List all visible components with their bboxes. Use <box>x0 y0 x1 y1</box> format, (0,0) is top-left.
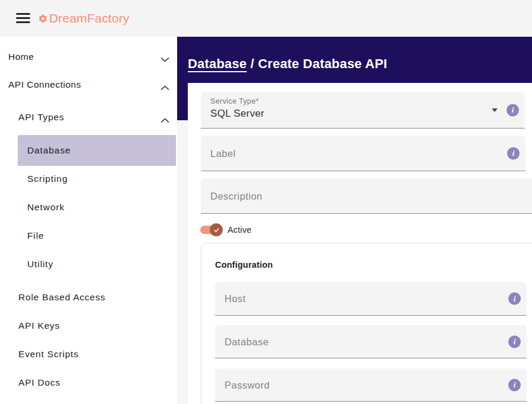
sidebar-item-utility[interactable]: Utility <box>0 250 177 278</box>
label-info-icon[interactable]: i <box>507 147 520 159</box>
label-placeholder: Label <box>210 148 236 159</box>
hamburger-icon <box>16 13 30 15</box>
menu-button[interactable] <box>16 12 30 24</box>
sidebar-item-api-docs[interactable]: API Docs <box>0 368 177 397</box>
sidebar-item-home[interactable]: Home <box>0 43 177 71</box>
sidebar-item-label: API Docs <box>18 377 60 388</box>
sidebar-item-network[interactable]: Network <box>0 193 177 222</box>
host-info-icon[interactable]: i <box>508 293 521 305</box>
check-icon <box>213 226 220 234</box>
chevron-up-icon <box>161 82 169 88</box>
sidebar-item-label: File <box>27 230 44 241</box>
service-type-value: SQL Server <box>210 108 264 120</box>
service-type-info-icon[interactable]: i <box>507 104 519 116</box>
sidebar-item-file[interactable]: File <box>0 222 177 250</box>
sidebar-item-role-based-access[interactable]: Role Based Access <box>0 283 177 312</box>
password-input[interactable]: Password i <box>215 368 527 402</box>
active-toggle[interactable]: Active <box>200 223 252 236</box>
description-input[interactable]: Description <box>201 178 532 214</box>
sidebar-item-label: Home <box>8 52 34 62</box>
sidebar-item-api-types[interactable]: API Types <box>0 103 177 132</box>
topbar: DreamFactory <box>0 0 532 37</box>
configuration-title: Configuration <box>215 260 273 270</box>
configuration-card: Configuration Host i Database i Password… <box>201 243 532 404</box>
sidebar-item-label: Role Based Access <box>18 292 105 303</box>
sidebar-item-api-keys[interactable]: API Keys <box>0 312 177 340</box>
chevron-down-icon <box>161 54 169 60</box>
dreamfactory-logo[interactable]: DreamFactory <box>38 0 129 37</box>
content-gutter <box>177 120 188 404</box>
chevron-up-icon <box>161 115 169 120</box>
database-placeholder: Database <box>225 336 269 347</box>
hamburger-icon <box>16 21 30 23</box>
create-api-form: Service Type* SQL Server i Label i Descr… <box>188 83 532 404</box>
service-type-select[interactable]: Service Type* SQL Server i <box>201 92 525 129</box>
password-info-icon[interactable]: i <box>508 379 521 391</box>
sidebar-item-scripting[interactable]: Scripting <box>0 165 177 193</box>
sidebar-item-database[interactable]: Database <box>18 135 176 166</box>
page-header: Database / Create Database API <box>177 37 532 83</box>
sidebar-item-label: Network <box>27 202 65 213</box>
sidebar-item-label: API Types <box>18 112 65 123</box>
sidebar-item-label: API Connections <box>8 79 81 90</box>
page-title: Create Database API <box>258 56 387 71</box>
toggle-switch[interactable] <box>200 223 223 236</box>
sidebar-item-label: Scripting <box>27 174 68 184</box>
password-placeholder: Password <box>225 379 270 390</box>
host-placeholder: Host <box>225 293 246 304</box>
database-info-icon[interactable]: i <box>508 335 521 348</box>
logo-text: DreamFactory <box>49 11 129 25</box>
sidebar-item-label: Database <box>27 145 71 156</box>
hamburger-icon <box>16 17 30 19</box>
sidebar-item-label: Utility <box>27 259 53 270</box>
sidebar: Home API Connections API Types Database … <box>0 37 177 404</box>
host-input[interactable]: Host i <box>215 282 527 316</box>
main-pane: Database / Create Database API Service T… <box>177 37 532 404</box>
sidebar-item-event-scripts[interactable]: Event Scripts <box>0 340 177 368</box>
breadcrumb: Database / Create Database API <box>188 56 387 72</box>
header-gutter <box>177 83 188 120</box>
app-window: DreamFactory Home API Connections API Ty… <box>0 0 532 404</box>
toggle-thumb <box>210 223 223 236</box>
breadcrumb-link-database[interactable]: Database <box>188 56 246 71</box>
breadcrumb-separator: / <box>246 56 258 71</box>
active-toggle-label: Active <box>227 225 252 235</box>
sidebar-item-label: Event Scripts <box>18 349 79 360</box>
dropdown-caret-icon <box>492 108 498 112</box>
description-placeholder: Description <box>210 190 262 201</box>
sidebar-item-api-connections[interactable]: API Connections <box>0 70 177 99</box>
database-input[interactable]: Database i <box>215 325 527 358</box>
sidebar-item-label: API Keys <box>18 320 60 331</box>
gear-icon <box>38 14 48 24</box>
label-input[interactable]: Label i <box>201 136 525 171</box>
service-type-label: Service Type* <box>210 97 259 105</box>
